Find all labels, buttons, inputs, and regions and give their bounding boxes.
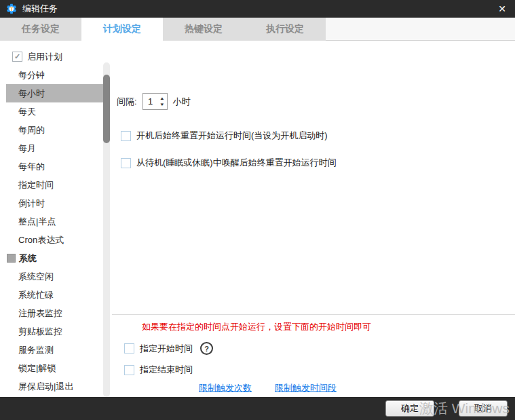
sidebar-item-system-busy[interactable]: 系统忙碌 <box>6 286 103 304</box>
tab-task-settings[interactable]: 任务设定 <box>0 18 81 41</box>
interval-unit-label: 小时 <box>173 96 191 108</box>
sidebar-item-every-day[interactable]: 每天 <box>6 102 103 121</box>
interval-spinner[interactable]: 1 ▲ ▼ <box>142 93 168 110</box>
end-time-checkbox[interactable] <box>124 365 134 375</box>
help-icon[interactable]: ? <box>200 342 213 355</box>
sidebar-scrollbar[interactable] <box>103 62 110 397</box>
sidebar-item-hour-halfhour[interactable]: 整点|半点 <box>6 212 103 231</box>
schedule-type-sidebar: ✓ 启用计划 每分钟 每小时 每天 每周的 每月 每年的 指定时间 倒计时 整点… <box>0 41 103 396</box>
interval-label: 间隔: <box>117 96 137 108</box>
start-time-label: 指定开始时间 <box>140 343 193 355</box>
sidebar-item-cron[interactable]: Cron表达式 <box>6 231 103 249</box>
sidebar-item-lock-unlock[interactable]: 锁定|解锁 <box>6 359 103 377</box>
app-gear-icon: T <box>5 3 18 15</box>
checkmark-icon: ✓ <box>14 53 20 60</box>
interval-row: 间隔: 1 ▲ ▼ 小时 <box>117 92 191 111</box>
sidebar-item-service-monitor[interactable]: 服务监测 <box>6 341 103 359</box>
limit-links: 限制触发次数 限制触发时间段 <box>199 382 337 394</box>
start-time-hint: 如果要在指定的时间点开始运行，设置下面的开始时间即可 <box>142 321 371 333</box>
scrollbar-thumb[interactable] <box>103 75 110 143</box>
sidebar-item-clipboard-monitor[interactable]: 剪贴板监控 <box>6 322 103 341</box>
reset-on-boot-checkbox[interactable] <box>121 131 131 141</box>
edit-task-dialog: T 编辑任务 ✕ 任务设定 计划设定 热键设定 执行设定 ✓ 启用计划 每分钟 … <box>0 0 515 420</box>
enable-plan-label: 启用计划 <box>27 51 62 63</box>
sidebar-item-screensaver[interactable]: 屏保启动|退出 <box>6 377 103 396</box>
plan-settings-panel: 间隔: 1 ▲ ▼ 小时 开机后始终重置开始运行时间(当设为开机启动时) 从待机… <box>112 41 515 397</box>
limit-trigger-period-link[interactable]: 限制触发时间段 <box>275 382 337 394</box>
tab-bar: 任务设定 计划设定 热键设定 执行设定 <box>0 18 326 41</box>
end-time-label: 指定结束时间 <box>140 364 193 376</box>
enable-plan-checkbox[interactable]: ✓ <box>12 52 22 62</box>
sidebar-item-weekly[interactable]: 每周的 <box>6 121 103 139</box>
spin-down-icon[interactable]: ▼ <box>159 102 165 107</box>
sidebar-item-yearly[interactable]: 每年的 <box>6 157 103 176</box>
reset-on-wake-label: 从待机(睡眠或休眠)中唤醒后始终重置开始运行时间 <box>136 157 337 169</box>
sidebar-item-registry-monitor[interactable]: 注册表监控 <box>6 304 103 322</box>
spin-up-icon[interactable]: ▲ <box>159 96 165 100</box>
system-group-checkbox[interactable] <box>7 254 16 263</box>
reset-on-wake-checkbox[interactable] <box>121 158 131 168</box>
section-divider <box>112 314 515 315</box>
cancel-button[interactable]: 取消 <box>459 400 508 417</box>
spinner-buttons: ▲ ▼ <box>158 94 167 109</box>
tab-plan-settings[interactable]: 计划设定 <box>81 18 163 41</box>
interval-value[interactable]: 1 <box>143 94 158 109</box>
tab-exec-settings[interactable]: 执行设定 <box>244 18 326 41</box>
sidebar-item-countdown[interactable]: 倒计时 <box>6 194 103 212</box>
sidebar-item-system-idle[interactable]: 系统空闲 <box>6 267 103 286</box>
start-time-row[interactable]: 指定开始时间 ? <box>124 342 213 355</box>
window-title: 编辑任务 <box>22 3 58 15</box>
end-time-row[interactable]: 指定结束时间 <box>124 364 193 376</box>
dialog-body: ✓ 启用计划 每分钟 每小时 每天 每周的 每月 每年的 指定时间 倒计时 整点… <box>0 41 515 397</box>
close-icon[interactable]: ✕ <box>489 0 515 18</box>
sidebar-item-label: 系统 <box>19 252 37 265</box>
sidebar-item-monthly[interactable]: 每月 <box>6 139 103 157</box>
tab-hotkey-settings[interactable]: 热键设定 <box>163 18 244 41</box>
reset-on-boot-row[interactable]: 开机后始终重置开始运行时间(当设为开机启动时) <box>121 130 328 142</box>
footer-bar: 确定 取消 <box>0 397 515 420</box>
svg-text:T: T <box>10 6 14 12</box>
limit-trigger-count-link[interactable]: 限制触发次数 <box>199 382 252 394</box>
sidebar-item-specified-time[interactable]: 指定时间 <box>6 176 103 194</box>
enable-plan-row[interactable]: ✓ 启用计划 <box>0 47 103 66</box>
titlebar: T 编辑任务 ✕ <box>0 0 515 18</box>
sidebar-item-every-minute[interactable]: 每分钟 <box>6 66 103 84</box>
reset-on-boot-label: 开机后始终重置开始运行时间(当设为开机启动时) <box>136 130 328 142</box>
ok-button[interactable]: 确定 <box>385 400 434 417</box>
sidebar-item-system-group[interactable]: 系统 <box>6 249 103 267</box>
sidebar-item-every-hour[interactable]: 每小时 <box>6 84 103 102</box>
start-time-checkbox[interactable] <box>124 343 134 354</box>
reset-on-wake-row[interactable]: 从待机(睡眠或休眠)中唤醒后始终重置开始运行时间 <box>121 157 337 169</box>
